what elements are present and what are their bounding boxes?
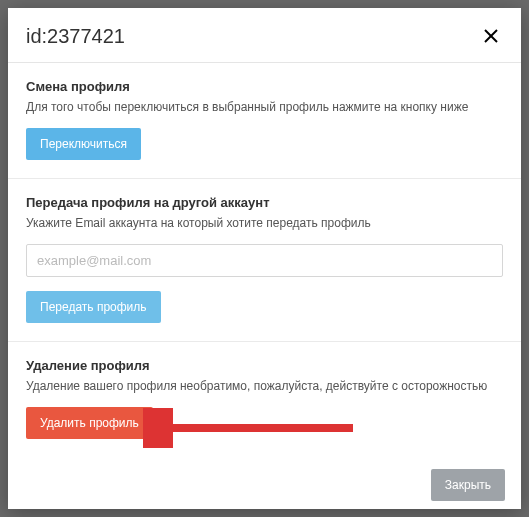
close-icon[interactable] [479,24,503,48]
switch-title: Смена профиля [26,79,503,94]
modal-header: id:2377421 [8,8,521,63]
switch-desc: Для того чтобы переключиться в выбранный… [26,100,503,114]
profile-modal: id:2377421 Смена профиля Для того чтобы … [8,8,521,509]
modal-footer: Закрыть [8,457,521,515]
delete-button[interactable]: Удалить профиль [26,407,153,439]
transfer-desc: Укажите Email аккаунта на который хотите… [26,216,503,230]
switch-button[interactable]: Переключиться [26,128,141,160]
switch-profile-section: Смена профиля Для того чтобы переключить… [8,63,521,179]
x-icon [482,27,500,45]
modal-body: Смена профиля Для того чтобы переключить… [8,63,521,457]
transfer-profile-section: Передача профиля на другой аккаунт Укажи… [8,179,521,342]
close-button[interactable]: Закрыть [431,469,505,501]
email-field[interactable] [26,244,503,277]
delete-title: Удаление профиля [26,358,503,373]
transfer-title: Передача профиля на другой аккаунт [26,195,503,210]
modal-title: id:2377421 [26,25,125,48]
delete-desc: Удаление вашего профиля необратимо, пожа… [26,379,503,393]
transfer-button[interactable]: Передать профиль [26,291,161,323]
delete-profile-section: Удаление профиля Удаление вашего профиля… [8,342,521,457]
